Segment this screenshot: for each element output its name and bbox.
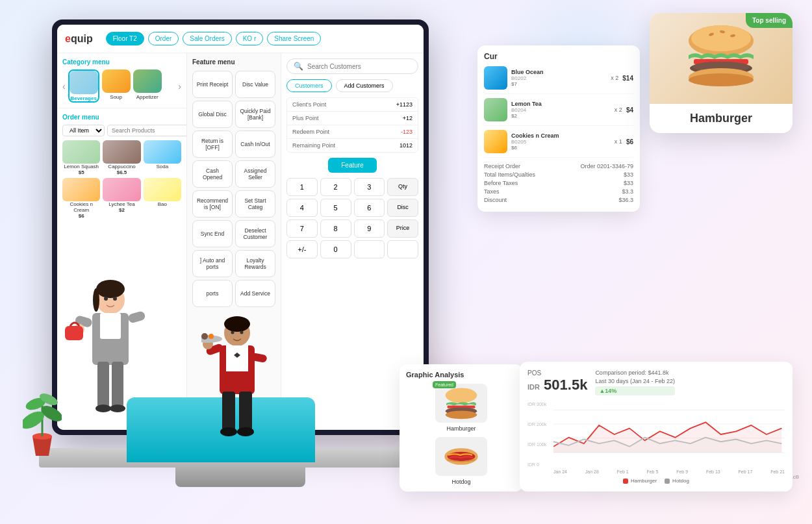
numpad-3[interactable]: 3 bbox=[354, 178, 385, 196]
tab-customers[interactable]: Customers bbox=[286, 79, 332, 92]
tab-add-customers[interactable]: Add Customers bbox=[336, 79, 393, 92]
all-item-select[interactable]: All Item bbox=[62, 125, 105, 136]
graphic-analysis-items: Featured Hamburger bbox=[406, 384, 516, 485]
summary-taxes: Taxes $3.3 bbox=[484, 188, 633, 195]
btn-print-receipt[interactable]: Print Receipt bbox=[192, 71, 233, 98]
tab-floor-t2[interactable]: Floor T2 bbox=[106, 32, 144, 45]
numpad-8[interactable]: 8 bbox=[320, 219, 351, 238]
product-item-lemon[interactable]: Lemon Squash $5 bbox=[62, 140, 100, 175]
order-menu-title: Order menu bbox=[62, 114, 181, 121]
order-item-img-tea bbox=[484, 98, 507, 121]
chart-area: IDR 300k IDR 200k IDR 100k IDR 0 bbox=[527, 402, 785, 467]
numpad-1[interactable]: 1 bbox=[286, 178, 318, 196]
btn-deselect-customer[interactable]: Deselect Customer bbox=[235, 220, 275, 247]
btn-cash-inout[interactable]: Cash In/Out bbox=[235, 131, 275, 158]
prod-price-lemon: $5 bbox=[62, 169, 100, 175]
tab-order[interactable]: Order bbox=[148, 32, 179, 45]
numpad-9[interactable]: 9 bbox=[354, 219, 385, 238]
discount-label: Discount bbox=[484, 197, 507, 203]
category-item-soup[interactable]: Soup bbox=[102, 69, 131, 103]
numpad-0[interactable]: 0 bbox=[320, 240, 351, 258]
btn-global-disc[interactable]: Global Disc bbox=[192, 101, 233, 128]
tab-ko[interactable]: KO r bbox=[236, 32, 264, 45]
cat-label-soup: Soup bbox=[102, 94, 131, 100]
category-carousel: ‹ Beverages Soup bbox=[62, 69, 181, 103]
cat-img-appetizer bbox=[133, 69, 162, 93]
svg-point-8 bbox=[110, 405, 125, 412]
btn-auto-reports[interactable]: ] Auto and ports bbox=[192, 250, 233, 277]
btn-disc-value[interactable]: Disc Value bbox=[235, 71, 275, 98]
order-item-code-cookies: B0205 bbox=[511, 139, 611, 145]
y-label-100: IDR 100k bbox=[527, 442, 546, 447]
btn-set-start-categ[interactable]: Set Start Categ bbox=[235, 190, 275, 218]
points-row-redeem: Redeem Point -123 bbox=[287, 125, 418, 139]
carousel-next[interactable]: › bbox=[178, 81, 181, 92]
category-item-appetizer[interactable]: Appetizer bbox=[133, 69, 162, 103]
receipt-value: Order 0201-3346-79 bbox=[580, 163, 633, 169]
product-item-soda[interactable]: Soda bbox=[144, 140, 181, 175]
waiter-figure bbox=[201, 308, 273, 454]
ga-hamburger-svg bbox=[442, 387, 481, 419]
summary-before-taxes: Before Taxes $33 bbox=[484, 180, 633, 186]
btn-ports[interactable]: ports bbox=[192, 280, 233, 307]
summary-receipt: Receipt Order Order 0201-3346-79 bbox=[484, 163, 633, 169]
numpad-plus-minus[interactable]: +/- bbox=[286, 240, 318, 258]
btn-sync-end[interactable]: Sync End bbox=[192, 220, 233, 247]
x-label-feb17: Feb 17 bbox=[739, 469, 753, 474]
prod-img-lychee bbox=[103, 178, 140, 201]
graphic-analysis-card: Graphic Analysis Featured Hamburger bbox=[400, 364, 523, 492]
numpad-5[interactable]: 5 bbox=[320, 199, 351, 217]
search-products-input[interactable] bbox=[107, 125, 187, 136]
feature-action-button[interactable]: Feature bbox=[328, 158, 376, 173]
ga-hotdog-svg bbox=[442, 440, 481, 473]
numpad-7[interactable]: 7 bbox=[286, 219, 318, 238]
customer-search-box[interactable]: 🔍 bbox=[286, 58, 418, 74]
customer-search-input[interactable] bbox=[307, 63, 411, 70]
product-item-cookies[interactable]: Cookies n Cream $6 bbox=[62, 178, 100, 219]
order-item-cookies: Cookies n Cream B0205 $6 x 1 $6 bbox=[484, 130, 633, 158]
ga-img-hotdog bbox=[435, 437, 487, 476]
ga-item-hamburger: Featured Hamburger bbox=[406, 384, 516, 432]
carousel-prev[interactable]: ‹ bbox=[62, 81, 66, 92]
numpad-6[interactable]: 6 bbox=[354, 199, 385, 217]
btn-cash-opened[interactable]: Cash Opened bbox=[192, 160, 233, 188]
category-menu-title: Category menu bbox=[62, 58, 181, 66]
legend-dot-hamburger bbox=[623, 479, 628, 484]
btn-assigned-seller[interactable]: Assigned Seller bbox=[235, 160, 275, 188]
category-item-beverages[interactable]: Beverages bbox=[68, 69, 99, 103]
chart-y-labels: IDR 300k IDR 200k IDR 100k IDR 0 bbox=[527, 402, 546, 467]
remaining-point-label: Remaining Point bbox=[292, 142, 335, 149]
numpad-2[interactable]: 2 bbox=[320, 178, 351, 196]
chart-x-labels: Jan 24 Jan 28 Feb 1 Feb 5 Feb 9 Feb 13 F… bbox=[553, 469, 785, 474]
svg-rect-20 bbox=[222, 392, 235, 430]
product-item-bao[interactable]: Bao bbox=[144, 178, 181, 219]
before-taxes-value: $33 bbox=[624, 180, 633, 186]
ga-item-hotdog: Hotdog bbox=[406, 437, 516, 485]
numpad-4[interactable]: 4 bbox=[286, 199, 318, 217]
btn-loyalty-rewards[interactable]: Loyalty Rewards bbox=[235, 250, 275, 277]
tab-sale-orders[interactable]: Sale Orders bbox=[183, 32, 231, 45]
numpad-price[interactable]: Price bbox=[387, 219, 418, 238]
cat-img-beverages bbox=[70, 71, 98, 94]
product-item-lychee[interactable]: Lychee Tea $2 bbox=[103, 178, 140, 219]
category-items: Beverages Soup Appetizer bbox=[68, 69, 176, 103]
product-item-cappuccino[interactable]: Cappuccino $6.5 bbox=[103, 140, 140, 175]
btn-add-service[interactable]: Add Service bbox=[235, 280, 275, 307]
client-point-label: Client's Point bbox=[292, 101, 326, 108]
prod-img-lemon bbox=[62, 140, 100, 164]
numpad-qty[interactable]: Qty bbox=[387, 178, 418, 196]
btn-quickly-paid[interactable]: Quickly Paid [Bank] bbox=[235, 101, 275, 128]
numpad-disc[interactable]: Disc bbox=[387, 199, 418, 217]
order-item-img-cookies bbox=[484, 130, 507, 153]
x-label-feb13: Feb 13 bbox=[706, 469, 720, 474]
tab-share-screen[interactable]: Share Screen bbox=[267, 32, 321, 45]
prod-name-cappuccino: Cappuccino bbox=[103, 164, 140, 169]
btn-return[interactable]: Return is [OFF] bbox=[192, 131, 233, 158]
btn-recommend[interactable]: Recommend is [ON] bbox=[192, 190, 233, 218]
category-section: Category menu ‹ Beverages bbox=[57, 53, 186, 108]
feature-menu-title: Feature menu bbox=[192, 58, 275, 66]
order-item-info-cookies: Cookies n Cream B0205 $6 bbox=[511, 132, 611, 151]
prod-img-soda bbox=[144, 140, 181, 164]
order-item-code-blue: B0202 bbox=[511, 75, 607, 81]
summary-discount: Discount $36.3 bbox=[484, 197, 633, 203]
